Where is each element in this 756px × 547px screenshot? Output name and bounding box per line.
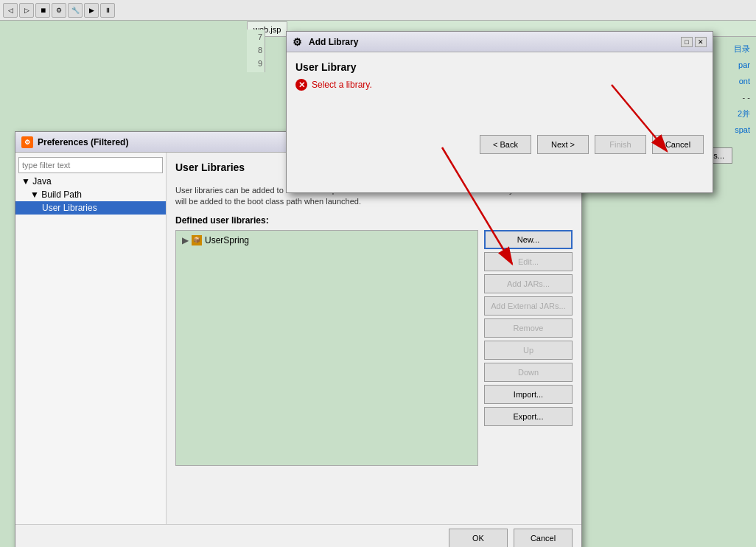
pref-ok-button[interactable]: OK (449, 529, 508, 548)
right-panel-line5: 2并 (734, 105, 750, 122)
down-button[interactable]: Down (484, 363, 573, 382)
add-lib-finish-button[interactable]: Finish (595, 135, 646, 154)
pref-title-area: ⚙ Preferences (Filtered) (21, 136, 128, 148)
add-lib-error: ✕ Select a library. (295, 79, 704, 91)
tree-item-java[interactable]: ▼ Java (15, 175, 166, 188)
lib-name: UserSpring (205, 235, 249, 245)
line-8: 8 (247, 46, 265, 59)
add-library-dialog: ⚙ Add Library □ ✕ User Library ✕ Select … (286, 31, 713, 193)
right-panel-line1: 目录 (734, 41, 750, 57)
toolbar-pause[interactable]: ⏸ (100, 3, 115, 18)
toolbar-stop[interactable]: ⏹ (35, 3, 50, 18)
add-jars-button[interactable]: Add JARs... (484, 274, 573, 293)
right-panel-line6: spat (734, 122, 750, 138)
add-lib-body: User Library ✕ Select a library. < Back … (287, 52, 713, 192)
tree-expand-child-icon: ▼ (30, 189, 41, 200)
toolbar-run[interactable]: ▶ (84, 3, 99, 18)
import-button[interactable]: Import... (484, 385, 573, 404)
add-lib-title-area: ⚙ Add Library (293, 36, 358, 48)
pref-list-area: ▶ 📦 UserSpring New... Edit... Add JARs..… (175, 230, 573, 466)
pref-title-icon: ⚙ (21, 136, 33, 148)
tree-java-label: Java (32, 176, 51, 187)
line-9: 9 (247, 59, 265, 72)
user-lib-list: ▶ 📦 UserSpring (175, 230, 478, 466)
tree-item-userlibraries[interactable]: User Libraries (15, 201, 166, 215)
pref-defined-label: Defined user libraries: (175, 215, 573, 226)
add-lib-error-message: Select a library. (312, 80, 372, 90)
add-lib-title-text: Add Library (309, 37, 358, 47)
pref-bottom-bar: OK Cancel (15, 524, 581, 547)
add-lib-section-title: User Library (295, 61, 704, 73)
toolbar-gear[interactable]: ⚙ (52, 3, 66, 18)
pref-content-area: User Libraries ◁ ▷ ▼ User libraries can … (167, 153, 581, 524)
tree-userlibs-label: User Libraries (42, 203, 97, 213)
pref-action-buttons: New... Edit... Add JARs... Add External … (484, 230, 573, 466)
add-lib-next-button[interactable]: Next > (537, 135, 589, 154)
add-lib-bottom: < Back Next > Finish Cancel (295, 135, 704, 154)
add-lib-titlebar: ⚙ Add Library □ ✕ (287, 32, 713, 52)
add-external-jars-button[interactable]: Add External JARs... (484, 296, 573, 316)
pref-tree-panel: ▼ Java ▼ Build Path User Libraries (15, 153, 167, 524)
add-lib-cancel-button[interactable]: Cancel (652, 135, 704, 154)
edit-button[interactable]: Edit... (484, 252, 573, 271)
toolbar-tools[interactable]: 🔧 (68, 3, 83, 18)
pref-section-title: User Libraries (175, 161, 245, 173)
line-numbers: 7 8 9 (247, 29, 265, 72)
toolbar-back[interactable]: ◁ (3, 3, 18, 18)
top-toolbar: ◁ ▷ ⏹ ⚙ 🔧 ▶ ⏸ (0, 0, 756, 21)
tree-item-buildpath[interactable]: ▼ Build Path (15, 188, 166, 201)
right-panel-line4: - - (734, 89, 750, 105)
new-button[interactable]: New... (484, 230, 573, 249)
pref-title-text: Preferences (Filtered) (38, 137, 128, 147)
right-panel: 目录 par ont - - 2并 spat (734, 41, 750, 138)
up-button[interactable]: Up (484, 341, 573, 360)
lib-icon: 📦 (192, 235, 202, 245)
error-icon: ✕ (295, 79, 307, 91)
filter-input[interactable] (18, 157, 163, 173)
export-button[interactable]: Export... (484, 407, 573, 426)
pref-body: ▼ Java ▼ Build Path User Libraries User … (15, 153, 581, 524)
tree-buildpath-label: Build Path (41, 189, 82, 200)
tree-expand-icon: ▼ (21, 176, 32, 187)
add-lib-titlebar-controls: □ ✕ (681, 37, 707, 47)
pref-cancel-button[interactable]: Cancel (514, 529, 573, 548)
add-lib-minimize-btn[interactable]: □ (681, 37, 693, 47)
lib-item-userspring[interactable]: ▶ 📦 UserSpring (179, 234, 475, 247)
add-lib-back-button[interactable]: < Back (480, 135, 531, 154)
preferences-dialog: ⚙ Preferences (Filtered) ─ □ ✕ ▼ Java ▼ … (15, 131, 582, 547)
add-lib-close-btn[interactable]: ✕ (695, 37, 707, 47)
right-panel-line2: par (734, 57, 750, 73)
toolbar-forward[interactable]: ▷ (19, 3, 34, 18)
add-lib-title-icon: ⚙ (293, 36, 304, 48)
remove-button[interactable]: Remove (484, 318, 573, 338)
expand-icon: ▶ (182, 235, 189, 245)
line-7: 7 (247, 32, 265, 46)
right-panel-line3: ont (734, 73, 750, 89)
